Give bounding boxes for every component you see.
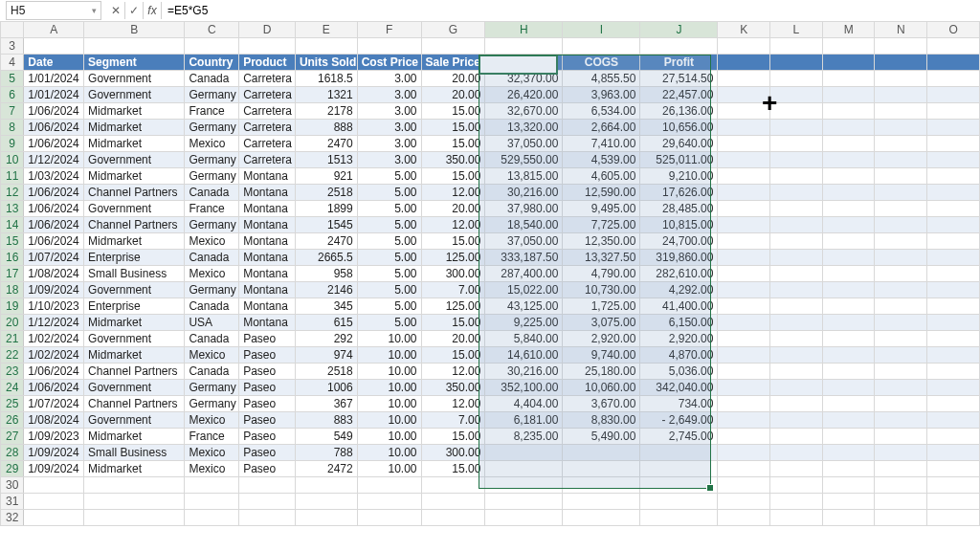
cell[interactable]: 15.00 [421, 461, 485, 477]
cell[interactable]: 10,656.00 [640, 120, 718, 136]
cell[interactable]: 10.00 [357, 412, 421, 429]
cell[interactable] [239, 510, 296, 526]
cell[interactable]: Germany [185, 152, 239, 168]
cell[interactable] [718, 71, 770, 87]
cell[interactable]: 529,550.00 [485, 152, 563, 168]
cell[interactable]: Germany [185, 217, 239, 233]
cell[interactable]: 20.00 [421, 71, 485, 87]
cell[interactable] [485, 445, 563, 461]
cell[interactable] [485, 461, 563, 477]
cell[interactable] [718, 136, 770, 152]
cell[interactable] [822, 152, 875, 168]
cell[interactable] [421, 477, 485, 494]
cell[interactable] [822, 510, 875, 526]
cell[interactable] [875, 347, 927, 364]
cell[interactable] [718, 233, 770, 250]
cell[interactable]: 12.00 [421, 364, 485, 380]
cancel-formula-icon[interactable]: ✕ [107, 2, 125, 19]
cell[interactable] [770, 445, 823, 461]
cell[interactable]: 5.00 [357, 201, 421, 217]
cell[interactable]: Country [185, 55, 239, 71]
cell[interactable] [718, 250, 770, 266]
cell[interactable] [185, 510, 239, 526]
cell[interactable]: 1,725.00 [563, 298, 640, 315]
cell[interactable]: 615 [295, 315, 357, 331]
cell[interactable]: Germany [185, 282, 239, 298]
cell[interactable] [875, 87, 927, 103]
cell[interactable] [718, 282, 770, 298]
cell[interactable]: Government [84, 412, 185, 429]
cell[interactable]: 1/08/2024 [24, 266, 84, 282]
cell[interactable]: Segment [84, 55, 185, 71]
cell[interactable]: 15.00 [421, 103, 485, 120]
cell[interactable]: 2470 [295, 136, 357, 152]
cell[interactable] [927, 494, 980, 510]
cell[interactable] [718, 396, 770, 412]
cell[interactable]: 2,920.00 [563, 331, 640, 347]
cell[interactable]: 4,855.50 [563, 71, 640, 87]
cell[interactable] [822, 494, 875, 510]
cell[interactable]: 1/02/2024 [24, 347, 84, 364]
cell[interactable] [875, 217, 927, 233]
cell[interactable] [822, 347, 875, 364]
cell[interactable] [770, 429, 823, 445]
cell[interactable] [24, 477, 84, 494]
cell[interactable] [927, 315, 980, 331]
cell[interactable]: Germany [185, 380, 239, 396]
cell[interactable] [875, 429, 927, 445]
cell[interactable]: Midmarket [84, 429, 185, 445]
cell[interactable]: Mexico [185, 412, 239, 429]
cell[interactable]: 2,664.00 [563, 120, 640, 136]
cell[interactable] [718, 429, 770, 445]
row-header[interactable]: 9 [1, 136, 24, 152]
cell[interactable]: 15.00 [421, 315, 485, 331]
cell[interactable]: 342,040.00 [640, 380, 718, 396]
cell[interactable]: 282,610.00 [640, 266, 718, 282]
cell[interactable]: 6,150.00 [640, 315, 718, 331]
cell[interactable]: Montana [239, 282, 296, 298]
cell[interactable]: 7.00 [421, 412, 485, 429]
cell[interactable] [421, 510, 485, 526]
cell[interactable]: 1/06/2024 [24, 201, 84, 217]
row-header[interactable]: 11 [1, 168, 24, 185]
cell[interactable] [875, 233, 927, 250]
cell[interactable]: 9,495.00 [563, 201, 640, 217]
cell[interactable]: 350.00 [421, 380, 485, 396]
cell[interactable] [927, 217, 980, 233]
cell[interactable] [822, 266, 875, 282]
cell[interactable]: 5.00 [357, 168, 421, 185]
cell[interactable]: 29,640.00 [640, 136, 718, 152]
cell[interactable]: 6,181.00 [485, 412, 563, 429]
cell[interactable] [822, 445, 875, 461]
col-header[interactable]: D [239, 22, 296, 38]
cell[interactable] [875, 250, 927, 266]
cell[interactable]: 525,011.00 [640, 152, 718, 168]
cell[interactable]: 287,400.00 [485, 266, 563, 282]
cell[interactable]: 12.00 [421, 217, 485, 233]
cell[interactable]: 1/09/2024 [24, 461, 84, 477]
cell[interactable]: 1513 [295, 152, 357, 168]
cell[interactable] [295, 510, 357, 526]
cell[interactable] [822, 55, 875, 71]
cell[interactable] [770, 396, 823, 412]
cell[interactable] [927, 55, 980, 71]
row-header[interactable]: 29 [1, 461, 24, 477]
cell[interactable]: 549 [295, 429, 357, 445]
cell[interactable]: 17,626.00 [640, 185, 718, 201]
cell[interactable] [822, 168, 875, 185]
cell[interactable]: 125.00 [421, 298, 485, 315]
cell[interactable]: 4,605.00 [563, 168, 640, 185]
cell[interactable] [563, 494, 640, 510]
cell[interactable] [718, 55, 770, 71]
cell[interactable] [927, 120, 980, 136]
cell[interactable]: 1/10/2023 [24, 298, 84, 315]
cell[interactable]: 5.00 [357, 185, 421, 201]
cell[interactable] [718, 168, 770, 185]
cell[interactable] [185, 38, 239, 55]
cell[interactable]: 10.00 [357, 364, 421, 380]
col-header[interactable]: M [822, 22, 875, 38]
cell[interactable] [718, 217, 770, 233]
cell[interactable]: Montana [239, 250, 296, 266]
cell[interactable]: 9,740.00 [563, 347, 640, 364]
cell[interactable]: Paseo [239, 380, 296, 396]
